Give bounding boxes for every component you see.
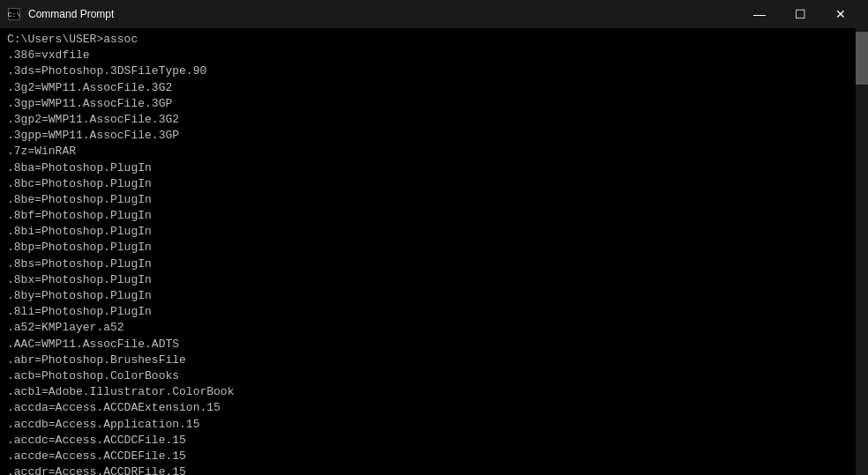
terminal-line: .accdb=Access.Application.15 [7, 417, 849, 433]
terminal-line: .8bp=Photoshop.PlugIn [7, 240, 849, 256]
title-bar-left: C:\ Command Prompt [7, 7, 114, 21]
terminal-line: .7z=WinRAR [7, 144, 849, 160]
terminal-line: .3gp2=WMP11.AssocFile.3G2 [7, 112, 849, 128]
terminal-line: .a52=KMPlayer.a52 [7, 320, 849, 336]
minimize-button[interactable]: — [739, 0, 780, 28]
terminal-line: .acb=Photoshop.ColorBooks [7, 368, 849, 384]
terminal-line: .3gp=WMP11.AssocFile.3GP [7, 96, 849, 112]
terminal-line: .3g2=WMP11.AssocFile.3G2 [7, 80, 849, 96]
terminal-line: .accde=Access.ACCDEFile.15 [7, 449, 849, 464]
terminal-line: .accdr=Access.ACCDRFile.15 [7, 464, 849, 475]
app-icon: C:\ [7, 7, 21, 21]
terminal-line: .accdc=Access.ACCDCFile.15 [7, 433, 849, 449]
terminal-line: .8bx=Photoshop.PlugIn [7, 272, 849, 288]
content-area: C:\Users\USER>assoc.386=vxdfile.3ds=Phot… [0, 28, 868, 475]
terminal-line: .acbl=Adobe.Illustrator.ColorBook [7, 384, 849, 400]
terminal-line: .386=vxdfile [7, 48, 849, 63]
title-bar-controls: — ☐ ✕ [739, 0, 861, 28]
window-title: Command Prompt [28, 8, 114, 20]
terminal-line: .8be=Photoshop.PlugIn [7, 192, 849, 208]
terminal-line: .8bf=Photoshop.PlugIn [7, 208, 849, 224]
terminal-line: .8bc=Photoshop.PlugIn [7, 176, 849, 192]
terminal-line: .AAC=WMP11.AssocFile.ADTS [7, 337, 849, 353]
terminal-line: .8bs=Photoshop.PlugIn [7, 256, 849, 272]
terminal-line: C:\Users\USER>assoc [7, 32, 849, 48]
scrollbar[interactable] [856, 28, 868, 475]
terminal-line: .abr=Photoshop.BrushesFile [7, 353, 849, 368]
terminal-content[interactable]: C:\Users\USER>assoc.386=vxdfile.3ds=Phot… [0, 28, 856, 475]
terminal-line: .8bi=Photoshop.PlugIn [7, 224, 849, 240]
terminal-line: .accda=Access.ACCDAExtension.15 [7, 400, 849, 416]
terminal-line: .3ds=Photoshop.3DSFileType.90 [7, 63, 849, 79]
cmd-icon-graphic: C:\ [8, 8, 20, 20]
maximize-button[interactable]: ☐ [780, 0, 820, 28]
terminal-line: .8ba=Photoshop.PlugIn [7, 160, 849, 176]
scrollbar-thumb[interactable] [856, 32, 868, 85]
window: C:\ Command Prompt — ☐ ✕ C:\Users\USER>a… [0, 0, 868, 475]
terminal-line: .3gpp=WMP11.AssocFile.3GP [7, 128, 849, 144]
close-button[interactable]: ✕ [820, 0, 861, 28]
terminal-line: .8by=Photoshop.PlugIn [7, 288, 849, 304]
title-bar: C:\ Command Prompt — ☐ ✕ [0, 0, 868, 28]
terminal-line: .8li=Photoshop.PlugIn [7, 304, 849, 320]
